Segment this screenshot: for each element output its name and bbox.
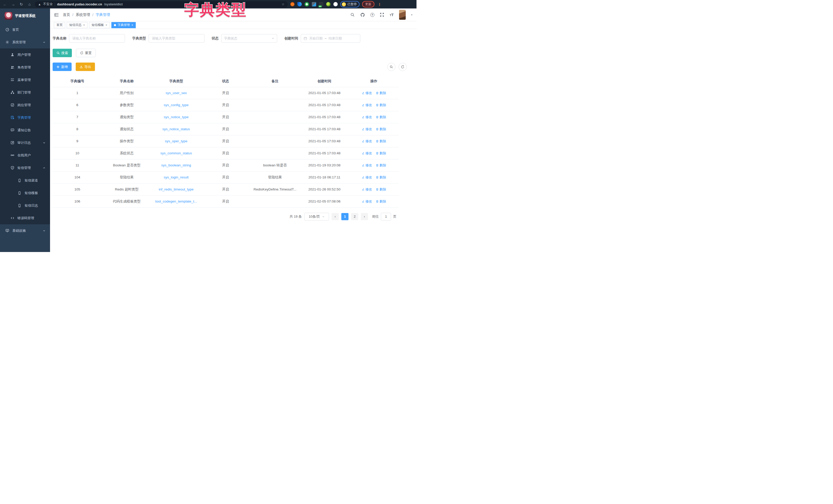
delete-link[interactable]: 删除	[376, 175, 386, 180]
breadcrumb-system[interactable]: 系统管理	[76, 12, 90, 17]
sidebar-item-sms-log[interactable]: 短信日志	[0, 199, 50, 212]
next-page-icon[interactable]: ›	[361, 213, 368, 220]
delete-link[interactable]: 删除	[376, 187, 386, 192]
prev-page-icon[interactable]: ‹	[332, 213, 339, 220]
sidebar-item-departments[interactable]: 部门管理	[0, 86, 50, 99]
date-range-picker[interactable]: 开始日期 ~ 结束日期	[301, 34, 360, 43]
dict-type-link[interactable]: tool_codegen_template_t...	[155, 199, 197, 203]
delete-link[interactable]: 删除	[376, 151, 386, 156]
sidebar-item-users[interactable]: 用户管理	[0, 48, 50, 61]
sidebar-item-menus[interactable]: 菜单管理	[0, 74, 50, 86]
extension-dark-icon[interactable]: on	[319, 2, 323, 6]
sidebar-item-error-code[interactable]: 错误码管理	[0, 212, 50, 224]
delete-link[interactable]: 删除	[376, 91, 386, 95]
refresh-table-icon[interactable]	[399, 63, 407, 71]
page-size-select[interactable]: 10条/页	[304, 213, 329, 221]
reset-button[interactable]: 重置	[76, 49, 96, 57]
github-icon[interactable]	[360, 12, 365, 17]
sidebar-item-dict[interactable]: 字典管理	[0, 111, 50, 124]
extension-green-leaf-icon[interactable]	[326, 2, 331, 6]
extension-paw-icon[interactable]	[333, 2, 338, 6]
edit-link[interactable]: 修改	[362, 187, 372, 192]
delete-link[interactable]: 删除	[376, 127, 386, 131]
dict-type-input[interactable]	[149, 34, 205, 43]
cell-dict-id: 7	[53, 111, 102, 123]
sidebar-item-audit-log[interactable]: 审计日志	[0, 136, 50, 149]
home-icon[interactable]: ⌂	[27, 2, 32, 6]
reload-icon[interactable]: ↻	[19, 2, 24, 7]
user-avatar[interactable]	[399, 10, 406, 20]
sidebar-item-sms-channel[interactable]: 短信渠道	[0, 174, 50, 186]
tab-dict-active[interactable]: 字典管理×	[111, 22, 136, 28]
delete-link[interactable]: 删除	[376, 163, 386, 168]
dict-type-link[interactable]: sys_boolean_string	[161, 163, 191, 167]
sidebar-item-home[interactable]: 首页	[0, 23, 50, 36]
dict-type-link[interactable]: sys_oper_type	[165, 139, 188, 143]
delete-link[interactable]: 删除	[376, 115, 386, 120]
sidebar-item-system[interactable]: 系统管理	[0, 36, 50, 48]
show-search-toggle-icon[interactable]	[387, 63, 396, 71]
edit-link[interactable]: 修改	[362, 151, 372, 156]
browser-menu-icon[interactable]: ⋮	[377, 2, 382, 6]
close-icon[interactable]: ×	[83, 23, 85, 27]
page-2-button[interactable]: 2	[351, 213, 358, 220]
breadcrumb-home[interactable]: 首页	[63, 12, 70, 17]
edit-link[interactable]: 修改	[362, 175, 372, 180]
delete-link[interactable]: 删除	[376, 139, 386, 144]
sidebar-item-notice[interactable]: 通知公告	[0, 124, 50, 136]
search-button[interactable]: 搜索	[53, 49, 72, 57]
dict-type-link[interactable]: sys_config_type	[164, 103, 189, 107]
avatar-caret-icon[interactable]: ▾	[411, 13, 412, 16]
sidebar-item-sms-template[interactable]: 短信模板	[0, 186, 50, 199]
dict-type-link[interactable]: inf_redis_timeout_type	[159, 187, 193, 191]
table-row: 104登陆结果sys_login_result开启登陆结果2021-01-18 …	[53, 171, 399, 183]
goto-page-input[interactable]	[381, 213, 391, 221]
extension-grid-icon[interactable]	[312, 2, 316, 6]
font-size-icon[interactable]: TT	[390, 12, 394, 17]
dict-type-link[interactable]: sys_login_result	[164, 175, 189, 179]
profile-paused-badge[interactable]: 已暂停	[340, 1, 359, 7]
sidebar-item-infrastructure[interactable]: 基础设施	[0, 224, 50, 237]
close-icon[interactable]: ×	[105, 23, 107, 27]
sidebar-item-roles[interactable]: 角色管理	[0, 61, 50, 74]
extension-orange-icon[interactable]	[290, 2, 294, 6]
add-button[interactable]: 新增	[53, 62, 72, 71]
not-secure-label[interactable]: 不安全	[43, 2, 53, 6]
dict-type-link[interactable]: sys_notice_status	[163, 127, 190, 131]
forward-icon[interactable]: →	[10, 2, 16, 6]
delete-link[interactable]: 删除	[376, 103, 386, 107]
status-select[interactable]: 字典状态	[221, 34, 277, 43]
fullscreen-icon[interactable]	[380, 12, 384, 17]
tab-sms-template[interactable]: 短信模板×	[89, 22, 110, 28]
edit-link[interactable]: 修改	[362, 115, 372, 120]
extension-blue-gem-icon[interactable]	[298, 2, 302, 6]
page-1-button[interactable]: 1	[341, 213, 349, 220]
extension-green-circle-icon[interactable]	[305, 2, 309, 6]
close-icon[interactable]: ×	[132, 23, 133, 27]
sidebar-item-sms[interactable]: 短信管理	[0, 161, 50, 174]
sidebar-item-online-users[interactable]: 在线用户	[0, 149, 50, 161]
edit-link[interactable]: 修改	[362, 127, 372, 131]
dict-type-link[interactable]: sys_common_status	[160, 151, 192, 155]
edit-link[interactable]: 修改	[362, 163, 372, 168]
search-icon[interactable]	[350, 12, 355, 17]
dict-type-link[interactable]: sys_user_sex	[166, 91, 187, 95]
edit-link[interactable]: 修改	[362, 199, 372, 204]
address-bar[interactable]: ▲ 不安全 dashboard.yudao.iocoder.cn/system/…	[35, 1, 288, 7]
bookmark-star-icon[interactable]: ☆	[282, 2, 285, 6]
edit-link[interactable]: 修改	[362, 91, 372, 95]
delete-link[interactable]: 删除	[376, 199, 386, 204]
export-button[interactable]: 导出	[76, 62, 95, 71]
tab-sms-log[interactable]: 短信日志×	[67, 22, 88, 28]
edit-link[interactable]: 修改	[362, 103, 372, 107]
tab-home[interactable]: 首页	[54, 22, 65, 28]
edit-link[interactable]: 修改	[362, 139, 372, 144]
user-icon	[10, 53, 15, 57]
sidebar-item-posts[interactable]: 岗位管理	[0, 99, 50, 111]
dict-name-input[interactable]	[69, 34, 125, 43]
back-icon[interactable]: ←	[2, 2, 8, 6]
help-icon[interactable]: ?	[370, 13, 375, 17]
chrome-update-button[interactable]: 更新	[362, 1, 375, 7]
collapse-sidebar-icon[interactable]	[54, 13, 59, 17]
dict-type-link[interactable]: sys_notice_type	[164, 115, 189, 119]
